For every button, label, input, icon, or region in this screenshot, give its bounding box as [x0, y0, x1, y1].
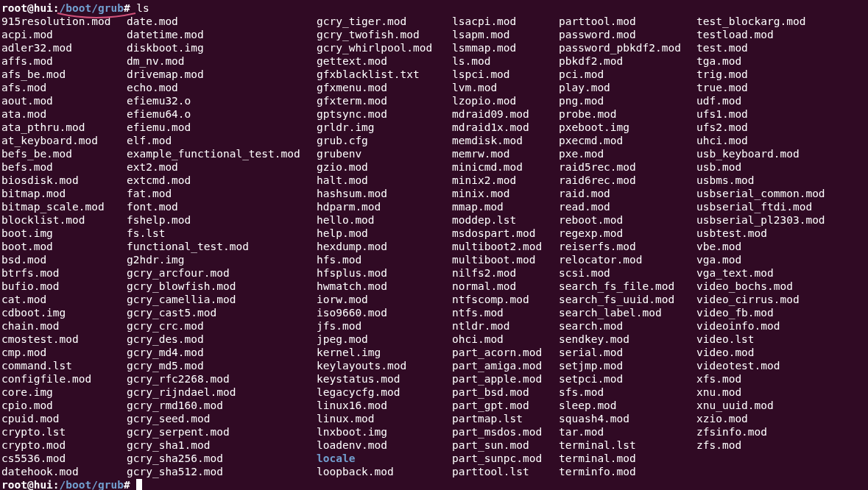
listing-column: date.moddatetime.moddiskboot.imgdm_nv.mo… [127, 15, 317, 478]
listing-column: gcry_tiger.modgcry_twofish.modgcry_whirl… [317, 15, 452, 478]
file-entry: mmap.mod [452, 200, 559, 213]
file-entry: halt.mod [317, 174, 452, 187]
file-entry: zfsinfo.mod [696, 425, 867, 438]
prompt-user-host: root@hui [1, 2, 53, 14]
file-entry: xfs.mod [696, 372, 867, 386]
file-entry: terminfo.mod [559, 465, 696, 478]
prompt-path: /boot/grub [60, 479, 124, 490]
file-entry: test.mod [696, 41, 867, 54]
file-entry: adler32.mod [1, 41, 127, 54]
file-entry: part_gpt.mod [452, 399, 559, 412]
file-entry: lspci.mod [452, 68, 559, 81]
file-entry: nilfs2.mod [452, 266, 559, 280]
file-entry: efiemu.mod [127, 121, 317, 134]
file-entry: gcry_serpent.mod [127, 425, 317, 438]
file-entry: part_amiga.mod [452, 359, 559, 372]
file-entry: datetime.mod [127, 28, 317, 41]
file-entry: password_pbkdf2.mod [559, 41, 696, 54]
file-entry: search.mod [559, 319, 696, 333]
file-entry: lvm.mod [452, 81, 559, 94]
file-entry: serial.mod [559, 346, 696, 359]
file-entry: search_fs_uuid.mod [559, 293, 696, 306]
file-entry: sleep.mod [559, 399, 696, 412]
prompt-hash: # [124, 479, 130, 490]
file-entry: vga_text.mod [696, 266, 867, 280]
file-entry: gfxterm.mod [317, 94, 452, 107]
file-entry: command.lst [1, 359, 127, 372]
file-entry: efiemu32.o [127, 94, 317, 107]
file-entry: aout.mod [1, 94, 127, 107]
file-entry: relocator.mod [559, 253, 696, 266]
file-entry: video_fb.mod [696, 306, 867, 319]
file-entry: true.mod [696, 81, 867, 94]
file-entry: cmostest.mod [1, 333, 127, 346]
file-entry: terminal.lst [559, 438, 696, 452]
file-entry: elf.mod [127, 134, 317, 147]
file-entry: jpeg.mod [317, 333, 452, 346]
file-entry: video.mod [696, 346, 867, 359]
file-entry: video_cirrus.mod [696, 293, 867, 306]
file-entry: reiserfs.mod [559, 240, 696, 253]
file-entry: memdisk.mod [452, 134, 559, 147]
file-entry: keylayouts.mod [317, 359, 452, 372]
command-text[interactable]: ls [136, 2, 149, 14]
file-entry: usb.mod [696, 160, 867, 174]
file-entry: pxecmd.mod [559, 134, 696, 147]
file-listing: 915resolution.modacpi.modadler32.modaffs… [1, 15, 867, 478]
file-entry: gcry_des.mod [127, 333, 317, 346]
file-entry: gfxblacklist.txt [317, 68, 452, 81]
file-entry: multiboot.mod [452, 253, 559, 266]
file-entry: fshelp.mod [127, 213, 317, 227]
file-entry: zfs.mod [696, 438, 867, 452]
file-entry: usbserial_pl2303.mod [696, 213, 867, 227]
listing-column: lsacpi.modlsapm.modlsmmap.modls.modlspci… [452, 15, 559, 478]
file-entry: part_sun.mod [452, 438, 559, 452]
file-entry: jfs.mod [317, 319, 452, 333]
file-entry: bufio.mod [1, 280, 127, 293]
file-entry: linux.mod [317, 412, 452, 425]
file-entry: probe.mod [559, 107, 696, 121]
file-entry: pci.mod [559, 68, 696, 81]
file-entry: multiboot2.mod [452, 240, 559, 253]
file-entry: ata.mod [1, 107, 127, 121]
file-entry: gcry_arcfour.mod [127, 266, 317, 280]
file-entry: minix2.mod [452, 174, 559, 187]
file-entry: gcry_seed.mod [127, 412, 317, 425]
file-entry: sfs.mod [559, 386, 696, 399]
file-entry: grub.cfg [317, 134, 452, 147]
file-entry: gcry_cast5.mod [127, 306, 317, 319]
file-entry: hfsplus.mod [317, 266, 452, 280]
file-entry: cpuid.mod [1, 412, 127, 425]
file-entry: linux16.mod [317, 399, 452, 412]
file-entry: fat.mod [127, 187, 317, 200]
file-entry: befs.mod [1, 160, 127, 174]
file-entry: chain.mod [1, 319, 127, 333]
cursor-icon[interactable] [136, 479, 142, 490]
prompt-path: /boot/grub [60, 2, 124, 14]
file-entry: cs5536.mod [1, 452, 127, 465]
listing-column: parttool.modpassword.modpassword_pbkdf2.… [559, 15, 696, 478]
file-entry: crypto.lst [1, 425, 127, 438]
file-entry: ntldr.mod [452, 319, 559, 333]
file-entry: gcry_rfc2268.mod [127, 372, 317, 386]
listing-column: 915resolution.modacpi.modadler32.modaffs… [1, 15, 127, 478]
file-entry: core.img [1, 386, 127, 399]
file-entry: hfs.mod [317, 253, 452, 266]
file-entry: bitmap_scale.mod [1, 200, 127, 213]
file-entry: parttool.mod [559, 15, 696, 28]
file-entry: gcry_rmd160.mod [127, 399, 317, 412]
file-entry: ntfscomp.mod [452, 293, 559, 306]
file-entry: gcry_whirlpool.mod [317, 41, 452, 54]
file-entry: ext2.mod [127, 160, 317, 174]
file-entry: setpci.mod [559, 372, 696, 386]
file-entry: gcry_md5.mod [127, 359, 317, 372]
file-entry: blocklist.mod [1, 213, 127, 227]
file-entry: boot.img [1, 227, 127, 240]
file-entry: usbserial_ftdi.mod [696, 200, 867, 213]
file-entry: help.mod [317, 227, 452, 240]
file-entry: part_acorn.mod [452, 346, 559, 359]
file-entry: scsi.mod [559, 266, 696, 280]
file-entry: acpi.mod [1, 28, 127, 41]
file-entry: configfile.mod [1, 372, 127, 386]
file-entry: testload.mod [696, 28, 867, 41]
